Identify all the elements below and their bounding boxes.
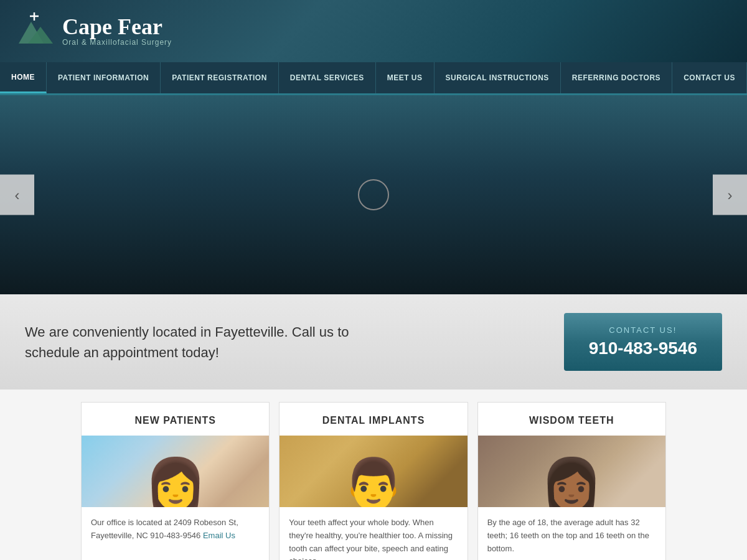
logo-sub: Oral & Maxillofacial Surgery: [62, 38, 172, 47]
logo-text: Cape Fear Oral & Maxillofacial Surgery: [62, 16, 172, 47]
nav-patient-info[interactable]: PATIENT INFORMATION: [47, 62, 161, 93]
card-wisdom-teeth-desc: By the age of 18, the average adult has …: [478, 507, 665, 555]
email-us-link[interactable]: Email Us: [203, 531, 235, 540]
card-new-patients-image: [82, 436, 269, 507]
cards-section: NEW PATIENTS Our office is located at 24…: [0, 390, 747, 560]
chevron-right-icon: ›: [728, 186, 733, 203]
header: Cape Fear Oral & Maxillofacial Surgery: [0, 0, 747, 62]
card-dental-implants-desc: Your teeth affect your whole body. When …: [280, 507, 467, 560]
nav-referring-doctors[interactable]: REFERRING DOCTORS: [561, 62, 672, 93]
slideshow-next-button[interactable]: ›: [713, 175, 747, 215]
contact-phone: 910-483-9546: [589, 338, 697, 358]
logo-area[interactable]: Cape Fear Oral & Maxillofacial Surgery: [12, 9, 172, 53]
nav-contact-us[interactable]: CONTACT US: [672, 62, 747, 93]
info-bar: We are conveniently located in Fayettevi…: [0, 294, 747, 390]
card-dental-implants-title: DENTAL IMPLANTS: [280, 403, 467, 436]
nav-dental-services[interactable]: DENTAL SERVICES: [279, 62, 376, 93]
card-wisdom-teeth-title: WISDOM TEETH: [478, 403, 665, 436]
chevron-left-icon: ‹: [15, 186, 20, 203]
info-text: We are conveniently located in Fayettevi…: [25, 322, 398, 363]
nav-meet-us[interactable]: MEET US: [376, 62, 435, 93]
main-nav: HOME PATIENT INFORMATION PATIENT REGISTR…: [0, 62, 747, 95]
card-dental-implants-image: [280, 436, 467, 507]
card-new-patients-desc: Our office is located at 2409 Robeson St…: [82, 507, 269, 543]
slideshow-loader: [358, 179, 389, 210]
slideshow: ‹ ›: [0, 95, 747, 294]
slideshow-prev-button[interactable]: ‹: [0, 175, 34, 215]
card-wisdom-teeth-image: [478, 436, 665, 507]
nav-surgical-instructions[interactable]: SURGICAL INSTRUCTIONS: [435, 62, 561, 93]
logo-brand: Cape Fear: [62, 16, 172, 38]
card-new-patients-title: NEW PATIENTS: [82, 403, 269, 436]
contact-us-label: CONTACT US!: [589, 325, 697, 335]
contact-button[interactable]: CONTACT US! 910-483-9546: [564, 313, 722, 371]
card-dental-implants: DENTAL IMPLANTS Your teeth affect your w…: [279, 402, 467, 560]
card-new-patients: NEW PATIENTS Our office is located at 24…: [81, 402, 270, 560]
nav-patient-registration[interactable]: PATIENT REGISTRATION: [161, 62, 279, 93]
card-wisdom-teeth: WISDOM TEETH By the age of 18, the avera…: [477, 402, 666, 560]
nav-home[interactable]: HOME: [0, 62, 47, 93]
logo-icon: [12, 9, 56, 53]
